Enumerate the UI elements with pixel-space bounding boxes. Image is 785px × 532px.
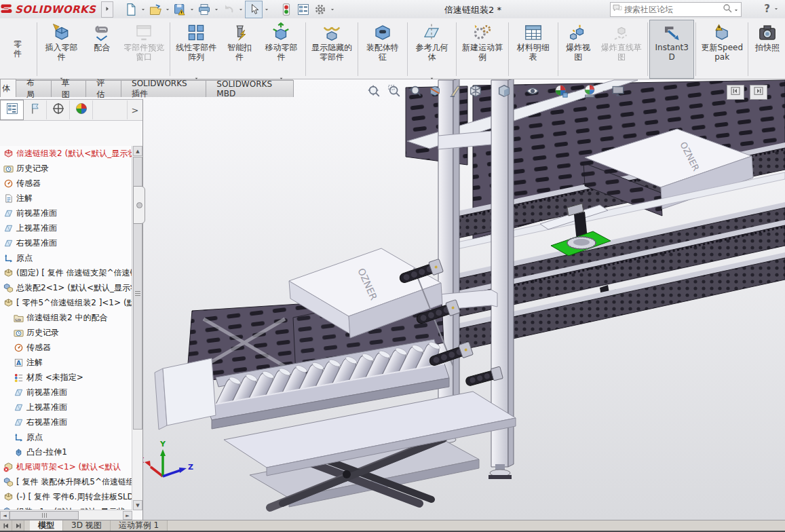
display-style-icon[interactable] (495, 82, 513, 100)
search-box[interactable] (610, 2, 742, 17)
playback-end-button[interactable] (12, 520, 24, 531)
playback-start-button[interactable] (0, 520, 12, 531)
status-tab-0[interactable]: 模型 (30, 520, 63, 531)
ribbon-partial-button[interactable]: 零件 (0, 20, 35, 79)
tree-item-6[interactable]: 右视基准面 (0, 235, 132, 250)
tree-horizontal-scrollbar[interactable]: ◄ ► (0, 510, 132, 520)
configurationmanager-tab[interactable] (47, 100, 70, 119)
command-tab-5[interactable]: SOLIDWORKS MBD (206, 80, 294, 97)
ribbon-instant3d-button[interactable]: Instant3D (649, 20, 694, 79)
command-tab-4[interactable]: SOLIDWORKS 插件 (121, 80, 206, 97)
tree-item-1[interactable]: 历史记录 (0, 161, 132, 176)
search-caret-icon[interactable] (733, 3, 740, 16)
tree-item-7[interactable]: 原点 (0, 250, 132, 265)
scroll-right-icon[interactable]: ► (123, 511, 132, 520)
dropdown-caret-icon[interactable] (429, 71, 435, 78)
ribbon-snapshot-button[interactable]: 拍快照 (750, 20, 785, 79)
horizontal-scroll-thumb[interactable] (9, 511, 79, 520)
tree-item-15[interactable]: 材质 <未指定> (0, 370, 132, 385)
flyout-expand-icon[interactable]: > (127, 100, 142, 119)
gear-caret-icon[interactable] (329, 1, 336, 18)
help-button[interactable]: ? (763, 3, 771, 15)
tree-item-16[interactable]: 前视基准面 (0, 385, 132, 400)
tree-item-4[interactable]: 前视基准面 (0, 206, 132, 221)
apply-scene-caret-icon[interactable] (601, 88, 607, 94)
view-orientation-caret-icon[interactable] (487, 88, 493, 94)
tree-item-14[interactable]: A注解 (0, 355, 132, 370)
command-tab-2[interactable]: 草图 (51, 80, 87, 97)
status-tab-2[interactable]: 运动算例 1 (111, 520, 168, 531)
save-button[interactable] (172, 1, 188, 18)
tree-item-3[interactable]: 注解 (0, 191, 132, 206)
command-tab-0[interactable]: 体 (0, 79, 16, 97)
propertymanager-tab[interactable] (24, 100, 47, 119)
new-doc-caret-icon[interactable] (140, 1, 147, 18)
save-caret-icon[interactable] (189, 1, 195, 18)
hide-show-items-caret-icon[interactable] (544, 88, 550, 94)
tree-item-10[interactable]: [ 零件5^倍速链组装2 ]<1> (默认 (0, 295, 132, 310)
open-caret-icon[interactable] (164, 1, 171, 18)
dropdown-caret-icon[interactable] (193, 71, 199, 78)
view-settings-caret-icon[interactable] (630, 88, 635, 94)
displaymanager-tab[interactable] (70, 100, 93, 119)
zoom-area-icon[interactable] (385, 82, 403, 100)
tree-item-17[interactable]: 上视基准面 (0, 400, 132, 415)
gear-button[interactable] (312, 1, 328, 18)
tree-item-8[interactable]: (固定) [ 复件 倍速链支架^倍速链 (0, 265, 132, 280)
section-view-icon[interactable] (426, 82, 444, 100)
hide-show-items-icon[interactable] (524, 82, 541, 100)
apply-scene-icon[interactable] (581, 82, 598, 100)
undo-caret-icon[interactable] (237, 1, 244, 18)
collapse-left-pane-button[interactable] (727, 85, 744, 100)
view-settings-icon[interactable] (609, 82, 627, 100)
tree-item-23[interactable]: (-) [ 复件 零件6.周转盒挂板SLDP (0, 489, 132, 504)
ribbon-bom-button[interactable]: 材料明细表 (510, 20, 556, 79)
edit-appearance-icon[interactable] (552, 82, 570, 100)
featuremanager-tab[interactable] (0, 100, 24, 120)
ribbon-assembly-features-button[interactable]: 装配体特征 (360, 20, 406, 79)
ribbon-reference-geometry-button[interactable]: 参考几何体 (409, 20, 455, 79)
annotations-view-icon[interactable] (446, 82, 464, 100)
previous-view-icon[interactable] (406, 82, 423, 100)
zoom-fit-icon[interactable] (365, 82, 383, 100)
headsup-view-toolbar[interactable] (365, 82, 635, 100)
view-orientation-icon[interactable] (467, 82, 484, 100)
help-caret-icon[interactable] (773, 2, 780, 15)
tree-item-11[interactable]: 倍速链组装2 中的配合 (0, 310, 132, 325)
display-style-caret-icon[interactable] (516, 88, 521, 94)
tree-item-18[interactable]: 右视基准面 (0, 415, 132, 430)
tree-item-5[interactable]: 上视基准面 (0, 221, 132, 235)
cursor-caret-icon[interactable] (263, 1, 270, 18)
panel-splitter-handle[interactable] (133, 186, 145, 224)
command-tab-1[interactable]: 布局 (16, 80, 52, 97)
new-doc-button[interactable] (123, 1, 139, 18)
traffic-light-button[interactable] (278, 1, 294, 18)
ribbon-update-speedpak-button[interactable]: 更新Speedpak (697, 20, 746, 79)
tree-item-21[interactable]: 机尾调节架<1> (默认<默认 (0, 459, 132, 474)
tree-item-22[interactable]: [ 复件 装配体升降机5^倍速链组 (0, 474, 132, 489)
ribbon-show-hidden-button[interactable]: 显示隐藏的零部件 (307, 20, 356, 79)
search-icon[interactable] (722, 3, 733, 16)
logo-flyout-button[interactable] (101, 1, 113, 18)
ribbon-smart-fasteners-button[interactable]: 智能扣件 (221, 20, 259, 79)
ribbon-motion-study-button[interactable]: 新建运动算例 (458, 20, 507, 79)
edit-appearance-caret-icon[interactable] (573, 88, 578, 94)
collapse-right-pane-button[interactable] (750, 85, 767, 100)
scroll-up-icon[interactable]: ▲ (133, 146, 142, 156)
tree-item-13[interactable]: 传感器 (0, 340, 132, 355)
search-input[interactable] (623, 4, 722, 15)
ribbon-exploded-view-button[interactable]: 爆炸视图 (560, 20, 597, 79)
tree-item-20[interactable]: 凸台-拉伸1 (0, 444, 132, 459)
ribbon-insert-component-button[interactable]: 插入零部件 (39, 20, 84, 79)
tree-item-0[interactable]: 倍速链组装2 (默认<默认_显示状 (0, 146, 132, 161)
status-tab-1[interactable]: 3D 视图 (63, 520, 111, 531)
ribbon-mate-button[interactable]: 配合 (84, 20, 119, 79)
options-list-button[interactable] (295, 1, 311, 18)
tree-item-9[interactable]: 总装配2<1> (默认<默认_显示状 (0, 280, 132, 295)
command-tab-3[interactable]: 评估 (85, 80, 121, 97)
dropdown-caret-icon[interactable] (278, 71, 284, 78)
ribbon-move-component-button[interactable]: 移动零部件 (259, 20, 305, 79)
cursor-button[interactable] (245, 1, 263, 18)
tree-item-12[interactable]: 历史记录 (0, 325, 132, 340)
scroll-down-icon[interactable]: ▼ (133, 500, 142, 510)
